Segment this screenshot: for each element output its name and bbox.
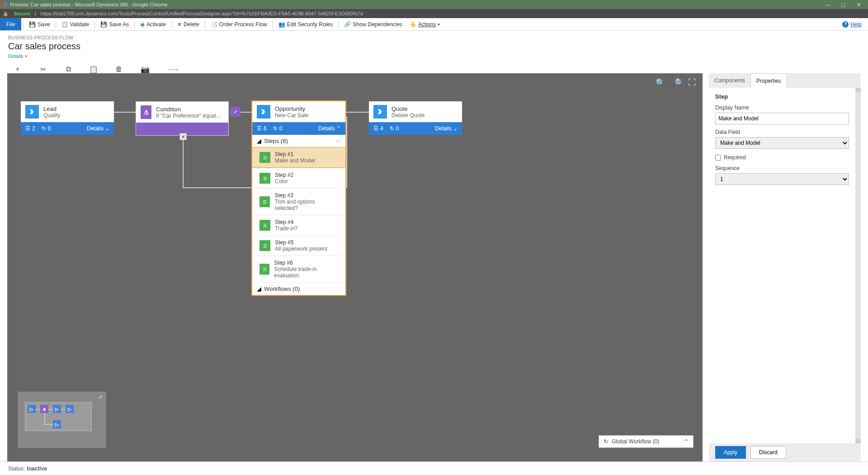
chevron-down-icon: ⌄ — [453, 125, 458, 132]
window-title: Process: Car sales process - Microsoft D… — [10, 2, 167, 7]
actions-menu[interactable]: 👆Actions ▾ — [406, 18, 443, 30]
scissors-icon: ✂ — [40, 65, 46, 74]
save-icon: 💾 — [29, 21, 36, 28]
actions-icon: 👆 — [410, 21, 416, 28]
step-icon: ☰ — [259, 196, 270, 207]
workflow-count: ↻ 0 — [42, 125, 51, 132]
plus-icon: + — [15, 65, 19, 73]
properties-panel: Components Properties Step Display Name … — [709, 73, 861, 461]
app-icon — [2, 2, 7, 7]
step-item[interactable]: ☰ Step #4Trade in? — [255, 215, 343, 235]
reorder-arrows[interactable]: ↑↓ — [335, 138, 341, 144]
status-bar: Status: Inactive — [0, 461, 868, 475]
zoom-in-icon[interactable]: 🔎 — [672, 78, 682, 88]
workspace: 🔍 🔎 ⛶ Lead Qualify ☰ 2 ↻ 0 Details ⌄ — [7, 73, 861, 461]
condition-tile[interactable]: ⋔ Condition If "Car Preference" equals "… — [136, 101, 229, 136]
refresh-icon: ↻ — [604, 438, 608, 445]
maximize-button[interactable]: ▢ — [835, 0, 851, 9]
file-menu[interactable]: File — [0, 18, 21, 30]
show-dependencies-button[interactable]: 🔗Show Dependencies — [340, 18, 406, 30]
steps-count: ☰ 2 — [25, 125, 35, 132]
flow-icon — [25, 105, 39, 119]
url-text: https://trial1705.crm.dynamics.com/Tools… — [41, 11, 363, 16]
tab-components[interactable]: Components — [709, 73, 750, 88]
security-icon: 👥 — [278, 21, 285, 28]
connector-icon: ⟿ — [168, 65, 179, 74]
minimap[interactable]: ⤢ ▷ ⋔ ▷ ▷ ▷ — [18, 392, 106, 448]
step-icon: ☰ — [259, 152, 270, 163]
close-button[interactable]: ✕ — [851, 0, 866, 9]
activate-icon: ◉ — [140, 21, 145, 28]
step-item[interactable]: ☰ Step #3Trim and options selected? — [255, 188, 343, 215]
global-workflow-bar[interactable]: ↻ Global Workflow (0) ⌃ — [599, 435, 693, 448]
sequence-label: Sequence — [715, 165, 849, 171]
tab-properties[interactable]: Properties — [750, 73, 787, 88]
flow-icon — [257, 105, 270, 119]
expand-icon[interactable]: ⤢ — [99, 394, 103, 400]
chevron-up-icon: ⌃ — [684, 438, 689, 445]
breadcrumb: BUSINESS PROCESS FLOW — [8, 35, 860, 40]
validate-button[interactable]: 📋Validate — [58, 18, 93, 30]
chevron-down-icon: ⌄ — [105, 125, 109, 132]
step-icon: ☰ — [259, 264, 269, 275]
page-title: Car sales process — [8, 41, 860, 52]
fit-screen-icon[interactable]: ⛶ — [688, 78, 696, 88]
steps-header[interactable]: ◢Steps (6)↑↓ — [252, 135, 345, 147]
required-checkbox[interactable] — [715, 155, 721, 161]
triangle-icon: ◢ — [257, 285, 261, 292]
data-field-select[interactable]: Make and Model — [715, 137, 849, 149]
stage-opportunity[interactable]: Opportunity New Car Sale ☰ 6 ↻ 0 Details… — [251, 100, 346, 296]
step-item[interactable]: ☰ Step #2Color — [255, 168, 343, 188]
step-icon: ☰ — [259, 173, 270, 184]
edit-security-button[interactable]: 👥Edit Security Roles — [275, 18, 336, 30]
save-as-button[interactable]: 💾Save As — [97, 18, 132, 30]
header-details-link[interactable]: Details ▾ — [8, 53, 28, 59]
stage-lead[interactable]: Lead Qualify ☰ 2 ↻ 0 Details ⌄ — [21, 101, 114, 135]
page-header: BUSINESS PROCESS FLOW Car sales process … — [0, 31, 868, 62]
steps-panel: ◢Steps (6)↑↓ ☰ Step #1Make and Model ☰ S… — [252, 135, 345, 295]
stage-details-toggle[interactable]: Details ⌄ — [87, 125, 109, 132]
delete-button[interactable]: ✕Delete — [174, 18, 203, 30]
zoom-out-icon[interactable]: 🔍 — [656, 78, 665, 88]
delete-icon: ✕ — [177, 21, 182, 28]
secure-label: Secure — [14, 11, 30, 16]
chevron-up-icon: ⌃ — [336, 125, 341, 132]
designer-canvas[interactable]: 🔍 🔎 ⛶ Lead Qualify ☰ 2 ↻ 0 Details ⌄ — [7, 73, 703, 461]
save-as-icon: 💾 — [100, 21, 107, 28]
panel-scrollbar[interactable] — [855, 88, 861, 443]
stage-details-toggle[interactable]: Details ⌄ — [435, 125, 458, 132]
apply-button[interactable]: Apply — [715, 446, 746, 459]
sequence-select[interactable]: 1 — [715, 173, 849, 185]
dependencies-icon: 🔗 — [344, 21, 351, 28]
step-item[interactable]: ☰ Step #1Make and Model — [252, 147, 345, 168]
camera-icon: 📷 — [141, 65, 150, 74]
copy-icon: ⧉ — [66, 65, 71, 73]
activate-button[interactable]: ◉Activate — [137, 18, 170, 30]
branch-icon: ⋔ — [141, 105, 151, 119]
lock-icon: 🔒 — [3, 11, 8, 16]
status-label: Status: — [8, 466, 25, 472]
display-name-input[interactable] — [715, 113, 849, 124]
step-item[interactable]: ☰ Step #6Schedule trade-in evaluation — [255, 256, 343, 282]
order-icon: 📑 — [211, 21, 217, 28]
paste-icon: 📋 — [89, 65, 98, 74]
trash-icon: 🗑 — [115, 65, 123, 73]
validate-icon: 📋 — [61, 21, 68, 28]
condition-false-icon: ✕ — [179, 133, 187, 140]
order-process-button[interactable]: 📑Order Process Flow — [207, 18, 271, 30]
stage-details-toggle[interactable]: Details ⌃ — [318, 125, 341, 132]
help-link[interactable]: ?Help — [842, 21, 868, 28]
display-name-label: Display Name — [715, 104, 849, 111]
discard-button[interactable]: Discard — [750, 446, 786, 459]
stage-quote[interactable]: Quote Deliver Quote ☰ 4 ↻ 0 Details ⌄ — [369, 101, 462, 135]
workflows-header[interactable]: ◢Workflows (0) — [252, 282, 345, 295]
minimize-button[interactable]: — — [820, 0, 835, 9]
window-titlebar: Process: Car sales process - Microsoft D… — [0, 0, 868, 9]
data-field-label: Data Field — [715, 129, 849, 135]
triangle-icon: ◢ — [257, 138, 261, 144]
ribbon-toolbar: File 💾Save 📋Validate 💾Save As ◉Activate … — [0, 18, 868, 31]
browser-urlbar: 🔒 Secure | https://trial1705.crm.dynamic… — [0, 9, 868, 18]
step-item[interactable]: ☰ Step #5All paperwork present — [255, 235, 343, 256]
save-button[interactable]: 💾Save — [25, 18, 53, 30]
condition-true-icon: ✓ — [231, 107, 241, 117]
